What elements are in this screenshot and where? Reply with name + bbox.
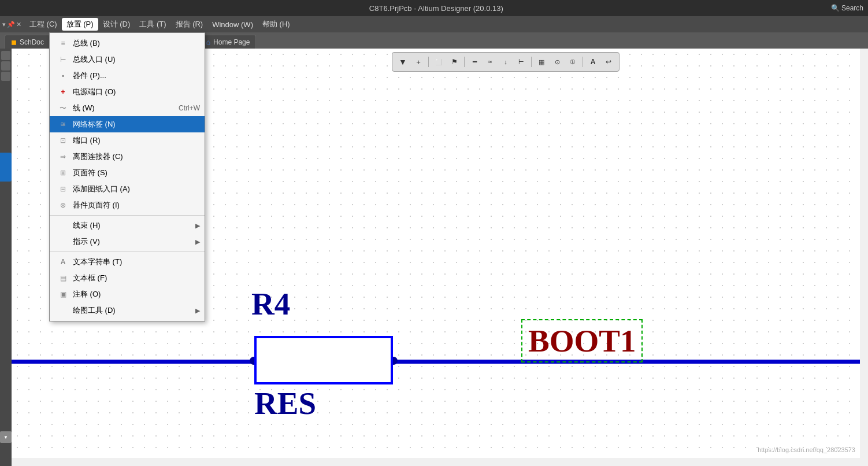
toolbar-flag-btn[interactable]: ⚑ <box>447 55 461 69</box>
toolbar-text-btn[interactable]: A <box>586 55 600 69</box>
dd-item-addentry[interactable]: ⊟ 添加图纸入口 (A) <box>50 181 205 197</box>
tab-icon-schdoc1: ◼ <box>11 38 17 46</box>
offsheet-icon: ⇒ <box>57 153 69 161</box>
tab-icon-homepage: ⌂ <box>206 38 210 46</box>
toolbar-wave-btn[interactable]: ≈ <box>483 55 497 69</box>
toolbar-undo-btn[interactable]: ↩ <box>602 55 615 69</box>
menu-item-tools[interactable]: 工具 (T) <box>135 18 170 31</box>
dd-item-bus[interactable]: ≡ 总线 (B) <box>50 35 205 51</box>
toolbar-wire-btn[interactable]: ━ <box>468 55 481 69</box>
resistor-component[interactable] <box>254 336 393 384</box>
divider-2 <box>50 252 205 252</box>
toolbar-entry-btn[interactable]: ⊢ <box>514 55 528 69</box>
title-text: C8T6.PrjPcb - Altium Designer (20.0.13) <box>369 4 503 13</box>
divider-1 <box>50 215 205 216</box>
textstr-icon: A <box>57 258 69 266</box>
search-button[interactable]: 🔍 Search <box>826 4 868 12</box>
toolbar-rect-btn[interactable]: ⬜ <box>432 55 446 69</box>
dd-item-netlabel[interactable]: ≋ 网络标签 (N) <box>50 116 205 132</box>
dd-item-component[interactable]: ▪ 器件 (P)... <box>50 68 205 84</box>
tab-schdoc1[interactable]: ◼ SchDoc <box>5 35 50 49</box>
toolbar-sep-1 <box>428 57 429 67</box>
watermark-text: https://blog.csdn.net/qq_28023573 <box>758 446 855 453</box>
dd-item-wire[interactable]: 〜 线 (W) Ctrl+W <box>50 100 205 116</box>
tab-label-homepage: Home Page <box>213 38 250 46</box>
menu-item-project[interactable]: 工程 (C) <box>25 18 62 31</box>
menu-item-place[interactable]: 放置 (P) <box>62 18 98 31</box>
component-icon: ▪ <box>57 72 69 80</box>
menu-item-window[interactable]: Window (W) <box>207 19 258 30</box>
scroll-indicator[interactable]: ▼ <box>0 431 12 443</box>
dd-item-directive[interactable]: 指示 (V) ▶ <box>50 234 205 250</box>
menu-item-report[interactable]: 报告 (R) <box>171 18 208 31</box>
toolbar-circle-btn[interactable]: ⊙ <box>550 55 564 69</box>
title-bar: C8T6.PrjPcb - Altium Designer (20.0.13) … <box>0 0 868 16</box>
dd-item-textbox[interactable]: ▤ 文本框 (F) <box>50 270 205 286</box>
dd-item-partref[interactable]: ⊛ 器件页面符 (I) <box>50 197 205 213</box>
port-icon: ⊡ <box>57 136 69 145</box>
wire-horizontal <box>12 360 860 364</box>
netlabel-icon: ≋ <box>57 120 69 128</box>
menu-item-design[interactable]: 设计 (D) <box>98 18 135 31</box>
dd-item-pageref[interactable]: ⊞ 页面符 (S) <box>50 165 205 181</box>
toolbar-number-btn[interactable]: ① <box>566 55 580 69</box>
wire-icon: 〜 <box>57 103 69 113</box>
addentry-icon: ⊟ <box>57 185 69 193</box>
note-icon: ▣ <box>57 290 69 298</box>
textbox-icon: ▤ <box>57 274 69 282</box>
toolbar-grid-btn[interactable]: ▦ <box>535 55 548 69</box>
sidebar-control-2[interactable] <box>1 61 10 71</box>
dd-item-textstr[interactable]: A 文本字符串 (T) <box>50 254 205 270</box>
dd-item-port[interactable]: ⊡ 端口 (R) <box>50 132 205 149</box>
component-value-label: RES <box>254 385 316 421</box>
net-label-boot1[interactable]: BOOT1 <box>521 319 643 363</box>
sidebar-control-1[interactable] <box>1 51 10 60</box>
toolbar-add-btn[interactable]: + <box>411 55 425 69</box>
place-dropdown-menu: ≡ 总线 (B) ⊢ 总线入口 (U) ▪ 器件 (P)... + 电源端口 (… <box>49 32 205 321</box>
dd-item-harness[interactable]: 线束 (H) ▶ <box>50 217 205 234</box>
tab-homepage[interactable]: ⌂ Home Page <box>200 35 257 49</box>
dd-item-drawtool[interactable]: 绘图工具 (D) ▶ <box>50 302 205 319</box>
menu-item-help[interactable]: 帮助 (H) <box>258 18 295 31</box>
close-icon[interactable]: ✕ <box>16 21 21 28</box>
tab-label-schdoc1: SchDoc <box>20 38 44 46</box>
bus-icon: ≡ <box>57 39 69 47</box>
dd-item-power[interactable]: + 电源端口 (O) <box>50 84 205 100</box>
left-narrow-sidebar: ▼ <box>0 49 12 466</box>
partref-icon: ⊛ <box>57 201 69 209</box>
toolbar-filter-btn[interactable]: ▼ <box>396 55 410 69</box>
active-panel-indicator <box>0 153 12 182</box>
dd-item-bus-entry[interactable]: ⊢ 总线入口 (U) <box>50 51 205 68</box>
pushpin-icon[interactable]: 📌 <box>7 21 15 28</box>
sidebar-control-3[interactable] <box>1 72 10 81</box>
pageref-icon: ⊞ <box>57 169 69 177</box>
dd-item-note[interactable]: ▣ 注释 (O) <box>50 286 205 302</box>
toolbar-sep-3 <box>531 57 532 67</box>
toolbar-down-btn[interactable]: ↓ <box>499 55 513 69</box>
toolbar-sep-4 <box>583 57 583 67</box>
bus-entry-icon: ⊢ <box>57 56 69 64</box>
dd-item-offsheet[interactable]: ⇒ 离图连接器 (C) <box>50 149 205 165</box>
component-ref-label: R4 <box>251 286 290 322</box>
power-icon: + <box>57 88 69 96</box>
menu-bar: ▾ 📌 ✕ 工程 (C) 放置 (P) 设计 (D) 工具 (T) 报告 (R)… <box>0 16 868 32</box>
schematic-toolbar: ▼ + ⬜ ⚑ ━ ≈ ↓ ⊢ ▦ ⊙ ① A ↩ <box>392 52 620 72</box>
toolbar-sep-2 <box>464 57 465 67</box>
pin-icon[interactable]: ▾ <box>2 21 6 28</box>
